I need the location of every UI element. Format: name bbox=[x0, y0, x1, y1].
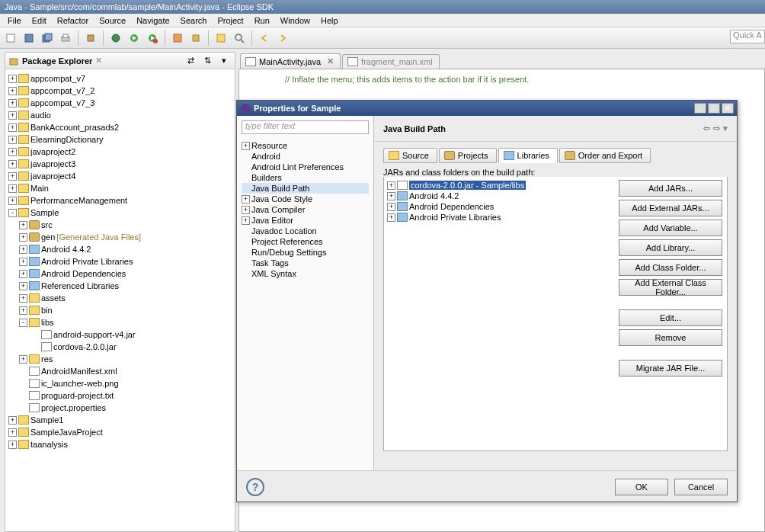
category-item[interactable]: +Java Editor bbox=[242, 215, 369, 226]
expand-icon[interactable]: + bbox=[242, 216, 250, 225]
help-icon[interactable]: ? bbox=[246, 478, 264, 496]
tree-node[interactable]: -Sample bbox=[7, 207, 233, 219]
expand-icon[interactable]: + bbox=[8, 184, 17, 193]
editor-tab[interactable]: MainActivity.java✕ bbox=[240, 53, 341, 69]
tree-node[interactable]: +Android Dependencies bbox=[7, 268, 233, 280]
tree-node[interactable]: +Main bbox=[7, 182, 233, 194]
category-item[interactable]: XML Syntax bbox=[242, 268, 369, 279]
tree-node[interactable]: +Referenced Libraries bbox=[7, 280, 233, 292]
run-icon[interactable] bbox=[126, 30, 142, 46]
ok-button[interactable]: OK bbox=[615, 479, 668, 495]
expand-icon[interactable]: + bbox=[8, 160, 17, 168]
tree-node[interactable]: +Android 4.4.2 bbox=[7, 243, 233, 255]
print-icon[interactable] bbox=[58, 30, 73, 46]
menu-file[interactable]: File bbox=[3, 14, 26, 27]
subtab-projects[interactable]: Projects bbox=[439, 148, 497, 163]
tree-node[interactable]: +PerformanceManagement bbox=[7, 194, 233, 207]
expand-icon[interactable]: + bbox=[242, 206, 250, 214]
button-add-external-class-folder[interactable]: Add External Class Folder... bbox=[619, 279, 722, 296]
menu-source[interactable]: Source bbox=[94, 14, 130, 27]
menu-search[interactable]: Search bbox=[176, 14, 212, 27]
tree-node[interactable]: +audio bbox=[7, 109, 233, 121]
category-tree[interactable]: +ResourceAndroidAndroid Lint Preferences… bbox=[237, 139, 373, 470]
tree-node[interactable]: ic_launcher-web.png bbox=[7, 377, 233, 389]
new-pkg-icon[interactable] bbox=[188, 30, 203, 46]
expand-icon[interactable]: + bbox=[8, 148, 17, 156]
subtab-libraries[interactable]: Libraries bbox=[498, 148, 558, 163]
save-all-icon[interactable] bbox=[40, 30, 55, 46]
library-item[interactable]: +Android Dependencies bbox=[387, 201, 611, 212]
tree-node[interactable]: AndroidManifest.xml bbox=[7, 365, 233, 377]
forward-icon[interactable] bbox=[275, 30, 290, 46]
category-item[interactable]: Builders bbox=[242, 172, 369, 183]
tree-node[interactable]: +appcompat_v7_3 bbox=[7, 97, 233, 109]
tree-node[interactable]: +appcompat_v7_2 bbox=[7, 85, 233, 97]
tree-node[interactable]: proguard-project.txt bbox=[7, 389, 233, 402]
open-type-icon[interactable] bbox=[213, 30, 229, 46]
category-item[interactable]: +Resource bbox=[242, 140, 369, 151]
expand-icon[interactable]: + bbox=[242, 195, 250, 204]
view-menu-icon[interactable]: ▾ bbox=[216, 53, 232, 69]
tree-node[interactable]: +javaproject2 bbox=[7, 146, 233, 158]
back-icon[interactable] bbox=[257, 30, 272, 46]
maximize-button[interactable]: □ bbox=[708, 103, 720, 114]
expand-icon[interactable]: + bbox=[8, 136, 17, 144]
menu-help[interactable]: Help bbox=[316, 14, 343, 27]
menu-refactor[interactable]: Refactor bbox=[53, 14, 94, 27]
ext-tools-icon[interactable] bbox=[170, 30, 185, 46]
tree-node[interactable]: -libs bbox=[7, 316, 233, 328]
tree-node[interactable]: +ElearningDictionary bbox=[7, 133, 233, 146]
menu-window[interactable]: Window bbox=[276, 14, 315, 27]
tree-node[interactable]: +javaproject4 bbox=[7, 170, 233, 182]
tree-node[interactable]: cordova-2.0.0.jar bbox=[7, 341, 233, 353]
expand-icon[interactable]: + bbox=[8, 197, 17, 205]
tree-node[interactable]: +src bbox=[7, 219, 233, 231]
filter-input[interactable]: type filter text bbox=[242, 120, 369, 134]
tree-node[interactable]: +bin bbox=[7, 304, 233, 316]
button-migrate-jar-file[interactable]: Migrate JAR File... bbox=[619, 360, 722, 377]
expand-icon[interactable]: + bbox=[242, 142, 250, 150]
category-item[interactable]: Android Lint Preferences bbox=[242, 162, 369, 172]
expand-icon[interactable]: + bbox=[19, 258, 27, 266]
expand-icon[interactable]: + bbox=[8, 87, 17, 95]
libraries-tree[interactable]: +cordova-2.0.0.jar - Sample/libs+Android… bbox=[384, 177, 614, 450]
subtab-source[interactable]: Source bbox=[383, 148, 437, 163]
expand-icon[interactable]: + bbox=[387, 203, 395, 211]
tree-node[interactable]: project.properties bbox=[7, 402, 233, 414]
button-add-external-jars[interactable]: Add External JARs... bbox=[619, 200, 722, 216]
expand-icon[interactable]: + bbox=[8, 428, 17, 437]
button-edit[interactable]: Edit... bbox=[619, 309, 722, 326]
build-icon[interactable] bbox=[83, 30, 98, 46]
expand-icon[interactable]: + bbox=[19, 282, 27, 290]
library-item[interactable]: +Android 4.4.2 bbox=[387, 191, 611, 201]
search-icon[interactable] bbox=[232, 30, 247, 46]
category-item[interactable]: +Java Compiler bbox=[242, 204, 369, 215]
expand-icon[interactable]: + bbox=[19, 233, 27, 242]
expand-icon[interactable]: + bbox=[19, 245, 27, 254]
button-add-jars[interactable]: Add JARs... bbox=[619, 180, 722, 197]
library-item[interactable]: +cordova-2.0.0.jar - Sample/libs bbox=[387, 180, 611, 191]
debug-icon[interactable] bbox=[108, 30, 123, 46]
expand-icon[interactable]: + bbox=[8, 416, 17, 425]
library-item[interactable]: +Android Private Libraries bbox=[387, 212, 611, 223]
tree-node[interactable]: android-support-v4.jar bbox=[7, 328, 233, 341]
close-tab-icon[interactable]: ✕ bbox=[327, 56, 334, 66]
button-remove[interactable]: Remove bbox=[619, 329, 722, 346]
minimize-button[interactable]: _ bbox=[694, 103, 706, 114]
nav-back-icon[interactable]: ⇦ bbox=[703, 123, 710, 133]
collapse-all-icon[interactable]: ⇄ bbox=[183, 53, 198, 69]
expand-icon[interactable]: + bbox=[8, 75, 17, 83]
expand-icon[interactable]: + bbox=[8, 123, 17, 132]
close-button[interactable]: ✕ bbox=[722, 103, 734, 114]
menu-navigate[interactable]: Navigate bbox=[132, 14, 174, 27]
dialog-titlebar[interactable]: Properties for Sample _ □ ✕ bbox=[237, 101, 737, 116]
menu-project[interactable]: Project bbox=[213, 14, 248, 27]
expand-icon[interactable]: + bbox=[387, 192, 395, 200]
expand-icon[interactable]: + bbox=[19, 306, 27, 315]
category-item[interactable]: Task Tags bbox=[242, 258, 369, 268]
expand-icon[interactable]: + bbox=[19, 355, 27, 364]
expand-icon[interactable]: + bbox=[19, 221, 27, 229]
expand-icon[interactable]: + bbox=[8, 111, 17, 120]
expand-icon[interactable]: + bbox=[19, 294, 27, 303]
expand-icon[interactable]: + bbox=[8, 441, 17, 449]
